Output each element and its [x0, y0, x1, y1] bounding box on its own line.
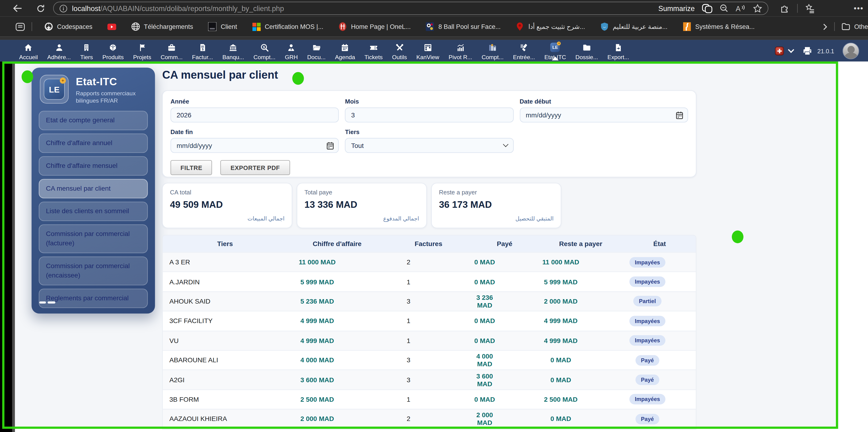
date-fin-input[interactable] — [177, 142, 333, 149]
menu-item-export[interactable]: Export... — [603, 40, 633, 60]
menu-item-compt[interactable]: $Compt... — [249, 40, 280, 60]
paye-value: 0 MAD — [470, 278, 539, 286]
search-dollar-icon: $ — [260, 43, 269, 52]
chrome-page-divider — [0, 37, 868, 40]
annee-input[interactable] — [177, 111, 333, 119]
le-app-icon: LE+ — [551, 43, 560, 52]
menu-item-docu[interactable]: Docu... — [302, 40, 330, 60]
sidebar-item-etat-de-compte-general[interactable]: Etat de compte general — [39, 111, 148, 130]
menu-item-accueil[interactable]: Accueil — [14, 40, 42, 60]
sidebar-item-commission-par-commercial-facturee[interactable]: Commission par commercial (facturee) — [39, 225, 148, 253]
user-avatar[interactable] — [842, 42, 859, 59]
bookmark-item[interactable]: بمنصة عربية للتعليم... — [600, 22, 668, 31]
sidebar-item-reglements-par-commercial[interactable]: Reglements par commercial — [39, 289, 148, 308]
print-icon[interactable] — [803, 46, 812, 55]
logo-plus-badge: + — [60, 78, 66, 84]
url-text[interactable]: localhost/AQUABAIN/custom/doliba/reports… — [72, 4, 658, 12]
menu-item-kanview[interactable]: KanView — [412, 40, 444, 60]
collections-icon[interactable] — [806, 3, 815, 13]
bookmark-item[interactable]: Codespaces — [44, 22, 92, 31]
copilot-icon[interactable] — [702, 3, 712, 13]
menu-item-agenda[interactable]: Agenda — [330, 40, 360, 60]
quick-add-button[interactable]: ✚ — [775, 46, 784, 55]
summarize-button[interactable]: Summarize — [658, 4, 694, 12]
card-label: Total paye — [305, 189, 419, 196]
folder-open-icon — [312, 43, 321, 52]
bookmark-item[interactable]: Téléchargements — [131, 22, 193, 31]
bookmark-label: منصة عربية للتعليم... — [613, 23, 668, 31]
etat-cell: Impayées — [622, 257, 696, 267]
menu-item-label: GRH — [285, 54, 298, 60]
read-aloud-icon[interactable]: A — [736, 4, 746, 12]
bookmark-item[interactable]: Home Page | OneL... — [338, 22, 411, 31]
exporter-pdf-button[interactable]: EXPORTER PDF — [220, 160, 290, 175]
red-oval-icon — [338, 22, 347, 31]
file-export-icon — [614, 43, 623, 52]
refresh-button[interactable] — [32, 2, 49, 15]
menu-item-grh[interactable]: GRH — [280, 40, 302, 60]
table-row: A 3 ER11 000 MAD20 MAD11 000 MADImpayées — [163, 252, 696, 272]
bookmark-item[interactable]: Systèmes & Résea... — [682, 22, 755, 31]
menu-item-tickets[interactable]: Tickets — [360, 40, 388, 60]
sidebar-item-ca-mensuel-par-client[interactable]: CA mensuel par client — [39, 179, 148, 198]
site-info-icon[interactable] — [59, 4, 67, 12]
other-favorites-button[interactable]: Othe — [841, 22, 868, 31]
sidebar-item-commission-par-commercial-encaissee[interactable]: Commission par commercial (encaissee) — [39, 257, 148, 286]
bookmark-item[interactable]: Certification MOS |... — [252, 22, 323, 31]
sidebar-item-chiffre-d-affaire-mensuel[interactable]: Chiffre d'affaire mensuel — [39, 156, 148, 176]
client-name: A.JARDIN — [163, 278, 287, 286]
folder-icon — [582, 43, 591, 52]
menu-item-entr-e[interactable]: Entrée... — [508, 40, 540, 60]
calendar-icon[interactable] — [327, 142, 334, 149]
menu-item-tiers[interactable]: Tiers — [75, 40, 98, 60]
address-bar[interactable]: localhost/AQUABAIN/custom/doliba/reports… — [53, 2, 769, 15]
sidebar-item-chiffre-d-affaire-annuel[interactable]: Chiffre d'affaire annuel — [39, 134, 148, 153]
menu-item-adh-re[interactable]: Adhére... — [42, 40, 75, 60]
menu-item-label: Compt... — [482, 54, 504, 60]
sidebar-toggle-icon[interactable] — [16, 23, 25, 31]
chiffre-affaire-value: 5 999 MAD — [287, 278, 387, 286]
back-button[interactable] — [9, 2, 26, 15]
tiers-select[interactable]: Tout — [345, 138, 514, 153]
menu-item-comm[interactable]: Comm... — [156, 40, 187, 60]
chevron-down-icon[interactable] — [788, 47, 795, 53]
menu-item-compt[interactable]: Compt... — [477, 40, 508, 60]
etat-cell: Partiel — [622, 296, 696, 307]
client-name: 3B FORM — [163, 396, 287, 403]
bookmark-item[interactable]: 8 Ball Pool sur Face... — [426, 22, 501, 31]
menu-item-etat-itc[interactable]: LE+Etat-ITC — [539, 40, 570, 60]
menu-item-projets[interactable]: Projets — [128, 40, 156, 60]
bookmark-item[interactable]: شرح تثبيت جميع أدا... — [516, 22, 585, 31]
app-logo: LE + — [40, 75, 69, 104]
filtre-button[interactable]: FILTRE — [170, 160, 212, 175]
table-row: 3CF FACILITY4 999 MAD10 MAD4 999 MADImpa… — [163, 311, 696, 330]
mois-input[interactable] — [351, 111, 507, 119]
svg-text:$: $ — [263, 45, 265, 49]
menu-item-produits[interactable]: Produits — [98, 40, 128, 60]
date-debut-input[interactable] — [526, 111, 682, 119]
menu-item-banqu[interactable]: Banqu... — [218, 40, 249, 60]
chiffre-affaire-value: 4 000 MAD — [287, 356, 387, 364]
menu-item-dossie[interactable]: Dossie... — [571, 40, 603, 60]
menu-item-label: Outils — [392, 54, 407, 60]
sidebar-item-liste-des-clients-en-sommeil[interactable]: Liste des clients en sommeil — [39, 202, 148, 221]
extensions-icon[interactable] — [780, 3, 789, 13]
zoom-out-icon[interactable] — [720, 4, 728, 13]
menu-item-factur[interactable]: $Factur... — [187, 40, 218, 60]
calendar-icon — [341, 43, 349, 52]
bookmark-item[interactable]: Client — [208, 22, 237, 31]
factures-count: 1 — [387, 278, 470, 286]
screen: localhost/AQUABAIN/custom/doliba/reports… — [0, 0, 868, 432]
chiffre-affaire-value: 2 500 MAD — [287, 396, 387, 403]
chiffre-affaire-value: 11 000 MAD — [287, 258, 387, 266]
bookmark-item[interactable] — [107, 22, 116, 31]
menu-item-outils[interactable]: Outils — [387, 40, 411, 60]
menu-item-pivot-r[interactable]: Pivot R... — [444, 40, 477, 60]
settings-menu-button[interactable]: ••• — [854, 4, 864, 13]
menu-item-label: Compt... — [253, 54, 275, 60]
results-table: TiersChiffre d'affaireFacturesPayéReste … — [162, 235, 696, 429]
bookmarks-overflow-icon[interactable] — [823, 23, 828, 30]
calendar-icon[interactable] — [676, 111, 683, 119]
client-name: A 3 ER — [163, 258, 287, 266]
favorite-star-icon[interactable] — [753, 4, 762, 13]
